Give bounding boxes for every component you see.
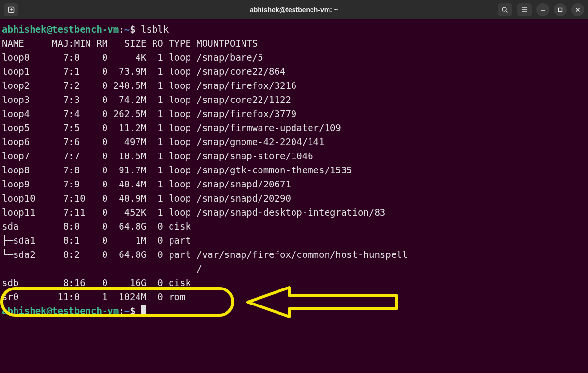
- menu-button[interactable]: [517, 3, 532, 16]
- row-loop7: loop7 7:7 0 10.5M 1 loop /snap/snap-stor…: [2, 149, 586, 163]
- prompt-colon: :: [119, 305, 124, 316]
- window-title: abhishek@testbench-vm: ~: [101, 6, 487, 14]
- row-sda: sda 8:0 0 64.8G 0 disk: [2, 220, 586, 234]
- maximize-button[interactable]: [554, 3, 567, 16]
- titlebar: abhishek@testbench-vm: ~: [0, 0, 588, 19]
- row-loop5: loop5 7:5 0 11.2M 1 loop /snap/firmware-…: [2, 121, 586, 135]
- row-loop3: loop3 7:3 0 74.2M 1 loop /snap/core22/11…: [2, 93, 586, 107]
- close-icon: [575, 7, 581, 13]
- minimize-button[interactable]: [536, 3, 549, 16]
- new-tab-button[interactable]: [4, 3, 18, 16]
- terminal-area[interactable]: abhishek@testbench-vm:~$ lsblk NAME MAJ:…: [0, 19, 588, 321]
- new-tab-icon: [7, 6, 15, 14]
- row-loop9: loop9 7:9 0 40.4M 1 loop /snap/snapd/206…: [2, 177, 586, 191]
- minimize-icon: [540, 7, 546, 13]
- maximize-icon: [557, 7, 563, 13]
- row-sda1: ├─sda1 8:1 0 1M 0 part: [2, 234, 586, 248]
- prompt-line-2: abhishek@testbench-vm:~$: [2, 304, 586, 318]
- prompt-symbol: $: [130, 305, 135, 316]
- row-sda2: └─sda2 8:2 0 64.8G 0 part /var/snap/fire…: [2, 248, 586, 262]
- hamburger-icon: [520, 6, 528, 14]
- command-text: lsblk: [141, 24, 169, 34]
- row-loop8: loop8 7:8 0 91.7M 1 loop /snap/gtk-commo…: [2, 163, 586, 177]
- titlebar-left-controls: [4, 3, 101, 16]
- prompt-user-host: abhishek@testbench-vm: [2, 305, 119, 316]
- prompt-path: ~: [124, 24, 130, 34]
- row-sr0: sr0 11:0 1 1024M 0 rom: [2, 290, 586, 304]
- close-button[interactable]: [571, 3, 584, 16]
- titlebar-right-controls: [487, 3, 584, 16]
- svg-line-4: [506, 11, 508, 13]
- svg-rect-9: [559, 8, 562, 12]
- row-loop4: loop4 7:4 0 262.5M 1 loop /snap/firefox/…: [2, 107, 586, 121]
- row-loop1: loop1 7:1 0 73.9M 1 loop /snap/core22/86…: [2, 65, 586, 79]
- lsblk-header: NAME MAJ:MIN RM SIZE RO TYPE MOUNTPOINTS: [2, 36, 586, 51]
- search-button[interactable]: [498, 3, 512, 16]
- row-sdb: sdb 8:16 0 16G 0 disk: [2, 276, 586, 290]
- row-loop0: loop0 7:0 0 4K 1 loop /snap/bare/5: [2, 51, 586, 65]
- row-loop10: loop10 7:10 0 40.9M 1 loop /snap/snapd/2…: [2, 191, 586, 205]
- row-sda2-cont: /: [2, 262, 586, 276]
- prompt-path: ~: [124, 305, 130, 316]
- prompt-line-1: abhishek@testbench-vm:~$ lsblk: [2, 22, 586, 36]
- search-icon: [501, 6, 509, 14]
- row-loop6: loop6 7:6 0 497M 1 loop /snap/gnome-42-2…: [2, 135, 586, 149]
- terminal-cursor: [141, 305, 146, 315]
- prompt-colon: :: [119, 24, 124, 34]
- row-loop2: loop2 7:2 0 240.5M 1 loop /snap/firefox/…: [2, 79, 586, 93]
- row-loop11: loop11 7:11 0 452K 1 loop /snap/snapd-de…: [2, 205, 586, 220]
- svg-point-3: [502, 7, 506, 11]
- prompt-symbol: $: [130, 24, 135, 34]
- prompt-user-host: abhishek@testbench-vm: [2, 24, 119, 34]
